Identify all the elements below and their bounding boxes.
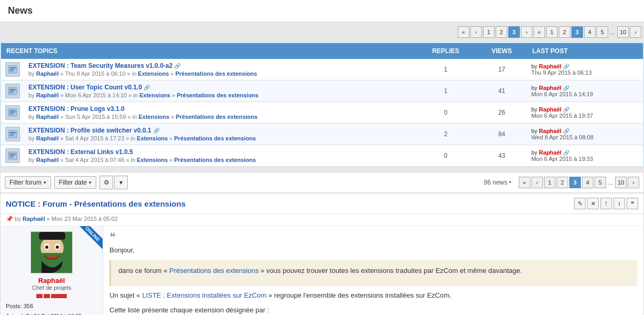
topic-title-link[interactable]: EXTENSION : Profile side switcher v0.0.1… [28, 127, 159, 134]
forum1-link[interactable]: Extensions [138, 114, 169, 120]
by-label: by [15, 216, 23, 222]
last-author-link[interactable]: Raphaël [539, 106, 561, 113]
topic-meta: by Raphaël » Thu 9 Apr 2015 à 06:10 » in… [28, 70, 411, 77]
topic-author-link[interactable]: Raphaël [36, 114, 59, 120]
filter-tools: ⚙ ▾ [99, 176, 128, 189]
topic-icon-cell [1, 124, 24, 145]
svg-rect-6 [9, 90, 15, 92]
last-post-cell: by Raphaël 🔗 Wed 8 Apr 2015 à 08:08 [527, 124, 643, 145]
f-p3-btn[interactable]: 3 [569, 177, 581, 188]
last-post-time: Wed 8 Apr 2015 à 08:08 [531, 134, 639, 140]
next-page-btn[interactable]: › [521, 26, 532, 38]
topic-meta: by Raphaël » Sat 4 Apr 2015 à 17:23 » in… [28, 135, 411, 141]
wrench-icon[interactable]: ⚙ [99, 176, 113, 189]
topic-title-link[interactable]: EXTENSION : Prune Logs v3.1.0 [28, 105, 125, 113]
next2-page-btn[interactable]: › [630, 26, 641, 38]
f-p2-btn[interactable]: 2 [557, 177, 568, 188]
notice-author-link[interactable]: Raphaël [23, 216, 45, 222]
f-p1-btn[interactable]: 1 [544, 177, 556, 188]
forum1-link[interactable]: Extensions [138, 70, 169, 77]
last-post-cell: by Raphaël 🔗 Mon 6 Apr 2015 à 19:37 [527, 102, 643, 124]
page-4-btn[interactable]: 4 [584, 26, 596, 38]
topic-author-link[interactable]: Raphaël [36, 135, 59, 141]
last-author-link[interactable]: Raphaël [539, 63, 561, 69]
topic-title-link[interactable]: EXTENSION : External Links v1.0.5 [28, 148, 133, 156]
topic-title-link[interactable]: EXTENSION : Team Security Measures v1.0.… [28, 62, 180, 69]
forum1-link[interactable]: Extensions [137, 135, 168, 141]
topic-author-link[interactable]: Raphaël [36, 157, 59, 163]
page-2b-btn[interactable]: 2 [559, 26, 570, 38]
topic-icon-cell [1, 145, 24, 167]
top-pagination: « ‹ 1 2 3 › « 1 2 3 4 5 ... 10 › [0, 22, 644, 42]
last-post-cell: by Raphaël 🔗 Mon 6 Apr 2015 à 14:19 [527, 80, 643, 102]
f-next-btn[interactable]: › [628, 177, 639, 188]
user-title: Chef de projets [6, 284, 97, 291]
last-post-header: LAST POST [527, 43, 643, 59]
last-author-link[interactable]: Raphaël [539, 149, 561, 156]
post-icon: 📌 [6, 216, 13, 222]
edit-icon[interactable]: ✎ [574, 198, 586, 209]
last-post-time: Mon 6 Apr 2015 à 19:37 [531, 113, 639, 119]
table-row: EXTENSION : External Links v1.0.5 by Rap… [1, 145, 643, 167]
first-page-btn[interactable]: « [458, 26, 469, 38]
f-prev-btn[interactable]: ‹ [531, 177, 543, 188]
forum2-link[interactable]: Présentations des extensions [174, 157, 256, 163]
f-first-btn[interactable]: « [519, 177, 530, 188]
forum2-link[interactable]: Présentations des extensions [177, 92, 258, 98]
last-author-link[interactable]: Raphaël [539, 128, 561, 134]
prev2-page-btn[interactable]: « [534, 26, 545, 38]
svg-point-24 [45, 246, 48, 249]
forum2-link[interactable]: Présentations des extensions [176, 114, 257, 120]
views-count: 84 [477, 124, 527, 145]
svg-point-25 [56, 246, 59, 249]
svg-rect-2 [9, 69, 15, 70]
info-icon[interactable]: i [613, 198, 625, 209]
forum2-link[interactable]: Présentations des extensions [175, 70, 257, 77]
f-p10-btn[interactable]: 10 [615, 177, 627, 188]
filter-date-label: Filter date [59, 179, 87, 186]
user-stats: Posts: 356 Joined: Fri 24 Oct 2014 à 18:… [6, 301, 97, 315]
filter-date-btn[interactable]: Filter date ▾ [54, 176, 96, 189]
post-body: ONLINE [1, 226, 643, 315]
forum-link[interactable]: Présentations des extensions [169, 267, 259, 275]
topic-title-link[interactable]: EXTENSION : User Topic Count v0.1.0 🔗 [28, 84, 150, 91]
page-5-btn[interactable]: 5 [597, 26, 608, 38]
page-3-btn[interactable]: 3 [508, 26, 520, 38]
page-3b-btn[interactable]: 3 [571, 26, 583, 38]
forum1-link[interactable]: Extensions [139, 92, 170, 98]
topic-author-link[interactable]: Raphaël [36, 70, 59, 77]
post-content: ❝ Bonjour, dans ce forum « Présentations… [103, 226, 643, 315]
views-count: 41 [477, 80, 527, 102]
close-icon[interactable]: ✕ [587, 198, 599, 209]
forum1-link[interactable]: Extensions [137, 157, 168, 163]
avatar [31, 231, 73, 273]
notice-title[interactable]: NOTICE : Forum - Présentations des exten… [6, 199, 574, 208]
page-1-btn[interactable]: 1 [483, 26, 495, 38]
username-link[interactable]: Raphaël [6, 277, 97, 284]
last-author-link[interactable]: Raphaël [539, 85, 561, 91]
chevron-tool-icon[interactable]: ▾ [114, 176, 128, 189]
topic-author-link[interactable]: Raphaël [36, 92, 59, 98]
svg-rect-13 [9, 132, 16, 133]
online-badge: ONLINE [78, 226, 103, 249]
page-10-btn[interactable]: 10 [617, 26, 629, 38]
table-row: EXTENSION : Team Security Measures v1.0.… [1, 59, 643, 80]
post-line-4: Cette liste présente chaque extension dé… [109, 305, 637, 315]
quote-icon[interactable]: ❝ [627, 198, 638, 209]
notice-tools: ✎ ✕ ! i ❝ [574, 198, 638, 209]
topic-status-icon [5, 62, 20, 77]
page-separator: ... [609, 29, 616, 35]
f-p4-btn[interactable]: 4 [582, 177, 593, 188]
filter-forum-btn[interactable]: Filter forum ▾ [5, 176, 51, 189]
prev-page-btn[interactable]: ‹ [470, 26, 482, 38]
f-p5-btn[interactable]: 5 [595, 177, 606, 188]
notice-title-bar: NOTICE : Forum - Présentations des exten… [1, 194, 643, 214]
forum2-link[interactable]: Présentations des extensions [174, 135, 256, 141]
svg-rect-1 [9, 67, 16, 68]
warn-icon[interactable]: ! [600, 198, 612, 209]
page-1b-btn[interactable]: 1 [546, 26, 558, 38]
page-2-btn[interactable]: 2 [496, 26, 507, 38]
posts-stat: Posts: 356 [6, 301, 97, 311]
page-title: News [0, 0, 644, 22]
liste-link[interactable]: LISTE : Extensions installées sur EzCom [142, 291, 266, 299]
